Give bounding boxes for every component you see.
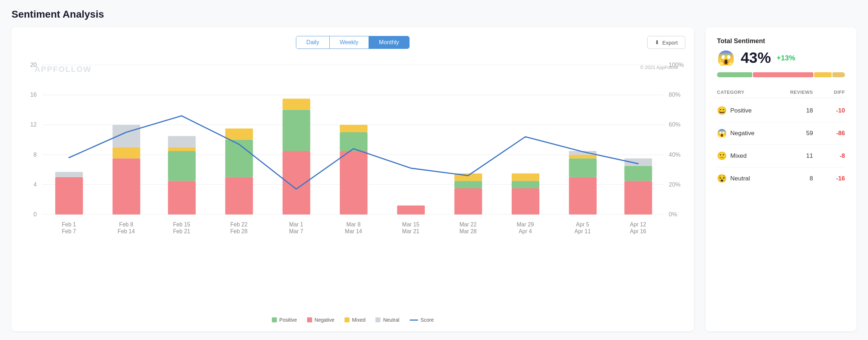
svg-rect-37 xyxy=(454,188,482,215)
copyright: © 2021 AppFollow xyxy=(640,65,678,70)
table-row-neutral: 😵 Neutral 8 -16 xyxy=(717,167,845,190)
svg-rect-32 xyxy=(283,98,310,110)
svg-rect-24 xyxy=(168,151,196,181)
col-category: CATEGORY xyxy=(717,89,781,95)
legend-score-line xyxy=(410,320,418,321)
svg-rect-34 xyxy=(340,132,367,151)
label-mixed: Mixed xyxy=(730,152,746,160)
svg-rect-40 xyxy=(512,188,539,215)
diff-negative: -86 xyxy=(813,130,845,137)
legend-neutral: Neutral xyxy=(375,317,399,323)
bar-negative xyxy=(753,72,813,77)
legend-mixed: Mixed xyxy=(344,317,365,323)
export-icon: ⬇ xyxy=(655,39,659,46)
tab-group: Daily Weekly Monthly xyxy=(296,36,410,49)
category-negative: 😱 Negative xyxy=(717,129,781,138)
svg-rect-23 xyxy=(168,181,196,215)
bar-positive xyxy=(717,72,752,77)
svg-text:Mar 8: Mar 8 xyxy=(346,221,360,228)
tab-weekly[interactable]: Weekly xyxy=(330,36,369,49)
category-positive: 😄 Positive xyxy=(717,106,781,115)
legend-negative: Negative xyxy=(307,317,334,323)
svg-text:0%: 0% xyxy=(669,211,677,218)
svg-text:Mar 21: Mar 21 xyxy=(402,228,419,234)
svg-text:Mar 29: Mar 29 xyxy=(517,221,534,228)
svg-text:Mar 28: Mar 28 xyxy=(460,228,477,234)
tab-daily[interactable]: Daily xyxy=(296,36,330,49)
svg-rect-36 xyxy=(397,206,425,215)
svg-text:Apr 5: Apr 5 xyxy=(576,221,589,228)
bar-neutral xyxy=(832,72,845,77)
svg-text:80%: 80% xyxy=(669,91,681,98)
svg-text:Apr 12: Apr 12 xyxy=(630,221,646,228)
reviews-mixed: 11 xyxy=(781,152,813,160)
svg-text:Mar 22: Mar 22 xyxy=(460,221,477,228)
reviews-neutral: 8 xyxy=(781,175,813,182)
sentiment-change: +13% xyxy=(777,54,795,62)
diff-mixed: -8 xyxy=(813,152,845,160)
svg-text:Feb 15: Feb 15 xyxy=(173,221,190,228)
legend-neutral-dot xyxy=(375,317,380,322)
svg-rect-20 xyxy=(113,158,140,215)
tab-monthly[interactable]: Monthly xyxy=(369,36,409,49)
svg-rect-44 xyxy=(569,158,597,177)
svg-rect-48 xyxy=(624,166,652,181)
svg-text:Feb 28: Feb 28 xyxy=(230,228,247,234)
diff-positive: -10 xyxy=(813,107,845,114)
svg-text:40%: 40% xyxy=(669,151,681,158)
svg-rect-29 xyxy=(225,129,253,140)
svg-text:Feb 22: Feb 22 xyxy=(230,221,247,228)
svg-rect-33 xyxy=(340,151,367,215)
export-button[interactable]: ⬇ Export xyxy=(647,36,685,49)
svg-text:16: 16 xyxy=(30,91,37,98)
sentiment-bar xyxy=(717,72,845,77)
sentiment-percentage: 43% xyxy=(741,49,771,66)
table-row-mixed: 🙁 Mixed 11 -8 xyxy=(717,145,845,167)
table-row-negative: 😱 Negative 59 -86 xyxy=(717,122,845,145)
svg-text:Feb 7: Feb 7 xyxy=(62,228,76,234)
svg-text:8: 8 xyxy=(33,151,37,158)
category-mixed: 🙁 Mixed xyxy=(717,151,781,161)
legend-positive: Positive xyxy=(272,317,297,323)
table-row-positive: 😄 Positive 18 -10 xyxy=(717,100,845,122)
svg-text:Feb 14: Feb 14 xyxy=(118,228,135,234)
legend-mixed-dot xyxy=(344,317,350,322)
svg-text:Mar 1: Mar 1 xyxy=(289,221,303,228)
chart-controls: Daily Weekly Monthly ⬇ Export xyxy=(20,36,685,49)
label-positive: Positive xyxy=(730,107,752,114)
svg-rect-42 xyxy=(512,173,539,181)
chart-area: APPFOLLOW © 2021 AppFollow 0 4 8 12 16 2… xyxy=(20,58,685,311)
svg-text:12: 12 xyxy=(30,121,37,128)
svg-rect-26 xyxy=(168,136,196,147)
emoji-negative: 😱 xyxy=(717,129,727,138)
legend-score: Score xyxy=(410,317,434,323)
chart-section: Daily Weekly Monthly ⬇ Export APPFOLLOW … xyxy=(12,27,694,331)
svg-rect-45 xyxy=(569,155,597,158)
svg-text:Feb 21: Feb 21 xyxy=(173,228,190,234)
svg-rect-28 xyxy=(225,140,253,177)
svg-text:Apr 16: Apr 16 xyxy=(630,228,646,234)
svg-text:Apr 11: Apr 11 xyxy=(575,228,591,234)
reviews-positive: 18 xyxy=(781,107,813,114)
svg-text:60%: 60% xyxy=(669,121,681,128)
sidebar: Total Sentiment 😱 43% +13% CATEGORY REVI… xyxy=(705,27,856,331)
svg-rect-27 xyxy=(225,177,253,215)
chart-svg: 0 4 8 12 16 20 0% 20% 40% 60% 80% 100% xyxy=(20,58,685,244)
svg-text:4: 4 xyxy=(33,181,37,188)
sentiment-emoji: 😱 xyxy=(717,50,735,66)
label-neutral: Neutral xyxy=(730,175,750,182)
col-diff: DIFF xyxy=(813,89,845,95)
table-header: CATEGORY REVIEWS DIFF xyxy=(717,86,845,98)
chart-legend: Positive Negative Mixed Neutral Score xyxy=(20,317,685,323)
svg-text:Apr 4: Apr 4 xyxy=(519,228,532,234)
svg-rect-38 xyxy=(454,181,482,188)
legend-positive-dot xyxy=(272,317,277,322)
svg-rect-21 xyxy=(113,147,140,158)
col-reviews: REVIEWS xyxy=(781,89,813,95)
svg-rect-19 xyxy=(55,172,83,177)
svg-rect-47 xyxy=(624,181,652,215)
diff-neutral: -16 xyxy=(813,175,845,182)
svg-rect-43 xyxy=(569,177,597,215)
svg-text:20%: 20% xyxy=(669,181,681,188)
svg-text:Feb 1: Feb 1 xyxy=(62,221,76,228)
